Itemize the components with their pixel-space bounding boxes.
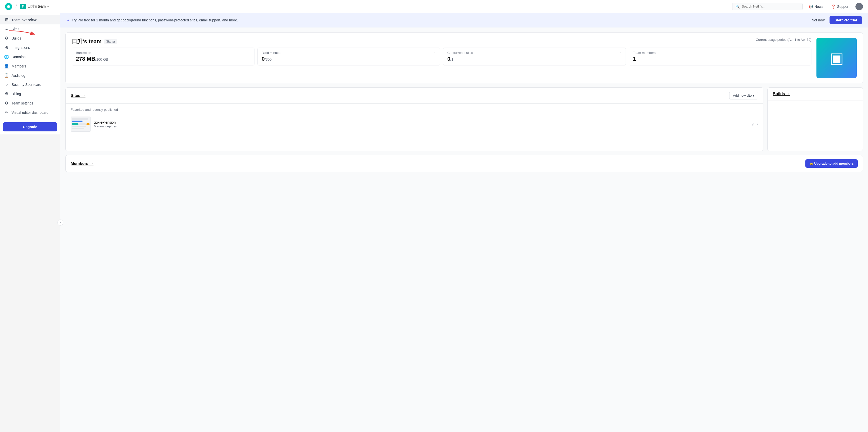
- sidebar-item-billing[interactable]: ⚙ Billing: [0, 89, 60, 98]
- sidebar-label-audit-log: Audit log: [11, 74, 25, 78]
- question-icon: ❓: [831, 4, 836, 8]
- sites-section-body: Favorited and recently published: [66, 104, 763, 138]
- search-bar[interactable]: 🔍: [732, 3, 803, 10]
- domains-icon: 🌐: [4, 54, 9, 59]
- start-pro-trial-button[interactable]: Start Pro trial: [830, 16, 862, 24]
- site-deploy: Manual deploys: [94, 124, 748, 128]
- sidebar-label-domains: Domains: [11, 55, 25, 59]
- sidebar-label-security-scorecard: Security Scorecard: [11, 83, 41, 87]
- build-minutes-arrow: →: [433, 51, 436, 55]
- concurrent-builds-value: 0/1: [447, 56, 622, 62]
- settings-icon: ⚙: [4, 101, 9, 106]
- site-thumbnail: [71, 117, 91, 132]
- site-info: gqk-extension Manual deploys: [94, 120, 748, 128]
- sidebar-wrapper: ⊞ Team overview ≡ Sites: [0, 13, 60, 432]
- support-button[interactable]: ❓ Support: [829, 3, 851, 9]
- top-nav: / 日 日升's team ▾ 🔍 📢 News ❓ Support: [0, 0, 868, 13]
- nav-actions: 📢 News ❓ Support: [807, 3, 863, 10]
- sidebar-label-integrations: Integrations: [11, 46, 30, 50]
- content-area: 日升's team Starter Current usage period (…: [60, 27, 868, 177]
- sidebar-label-members: Members: [11, 64, 26, 68]
- team-members-value: 1: [633, 56, 807, 62]
- sidebar-label-team-settings: Team settings: [11, 101, 33, 105]
- sidebar-item-domains[interactable]: 🌐 Domains: [0, 52, 60, 61]
- upgrade-to-add-members-button[interactable]: 🔒 Upgrade to add members: [805, 160, 858, 168]
- concurrent-builds-arrow: →: [618, 51, 622, 55]
- sidebar-label-sites: Sites: [11, 27, 19, 31]
- team-members-label: Team members: [633, 51, 656, 55]
- builds-section-title[interactable]: Builds →: [773, 92, 790, 96]
- metrics-row: Bandwidth → 278 MB/100 GB Build minutes …: [72, 48, 811, 65]
- not-now-button[interactable]: Not now: [812, 18, 825, 22]
- team-name-nav: 日升's team: [27, 4, 46, 9]
- team-members-arrow: →: [804, 51, 807, 55]
- builds-section-body: [768, 100, 863, 151]
- bandwidth-label: Bandwidth: [76, 51, 91, 55]
- team-icon: 日: [20, 4, 26, 9]
- sidebar-item-members[interactable]: 👤 Members: [0, 61, 60, 71]
- news-label: News: [814, 4, 823, 8]
- team-selector[interactable]: 日 日升's team ▾: [18, 3, 51, 10]
- banner-sparkle-icon: ✦: [66, 18, 70, 23]
- site-navigate-button[interactable]: ›: [757, 122, 758, 126]
- nav-logo: [5, 3, 12, 10]
- sidebar-item-visual-editor[interactable]: ✏ Visual editor dashboard: [0, 108, 60, 117]
- promo-banner: ✦ Try Pro free for 1 month and get backg…: [60, 13, 868, 27]
- upgrade-button[interactable]: Upgrade: [3, 122, 57, 132]
- members-section-header: Members → 🔒 Upgrade to add members: [66, 155, 863, 172]
- sidebar-item-security-scorecard[interactable]: 🛡 Security Scorecard: [0, 80, 60, 89]
- megaphone-icon: 📢: [809, 4, 813, 8]
- app-body: ⊞ Team overview ≡ Sites: [0, 13, 868, 432]
- team-logo-icon: ▣: [830, 49, 844, 67]
- sidebar-bottom: Upgrade: [0, 119, 60, 135]
- members-icon: 👤: [4, 64, 9, 68]
- sites-subtitle: Favorited and recently published: [71, 108, 758, 112]
- sidebar-collapse-button[interactable]: ‹: [57, 220, 63, 226]
- site-actions: ☆ ›: [751, 122, 758, 126]
- netlify-logo-icon: [5, 3, 12, 10]
- favorite-button[interactable]: ☆: [751, 122, 755, 126]
- metric-team-members[interactable]: Team members → 1: [629, 48, 812, 65]
- usage-period: Current usage period (Apr 1 to Apr 30): [756, 38, 811, 41]
- metric-concurrent-builds[interactable]: Concurrent builds → 0/1: [443, 48, 626, 65]
- sidebar-nav: ⊞ Team overview ≡ Sites: [0, 13, 60, 119]
- billing-icon: ⚙: [4, 91, 9, 96]
- builds-section-header: Builds →: [768, 88, 863, 100]
- site-name: gqk-extension: [94, 120, 748, 124]
- bandwidth-arrow: →: [247, 51, 250, 55]
- bandwidth-value: 278 MB/100 GB: [76, 56, 250, 62]
- team-title: 日升's team Starter: [72, 38, 117, 45]
- members-section-title[interactable]: Members →: [71, 162, 94, 166]
- build-minutes-label: Build minutes: [262, 51, 281, 55]
- home-icon: ⊞: [4, 18, 9, 22]
- two-col-layout: Sites → Add new site ▾ Favorited and rec…: [65, 87, 863, 151]
- search-input[interactable]: [742, 4, 799, 8]
- concurrent-builds-label: Concurrent builds: [447, 51, 473, 55]
- sidebar-item-audit-log[interactable]: 📋 Audit log: [0, 71, 60, 80]
- add-new-site-button[interactable]: Add new site ▾: [729, 92, 758, 99]
- support-label: Support: [837, 4, 849, 8]
- sidebar-item-team-overview[interactable]: ⊞ Team overview: [0, 15, 60, 24]
- sidebar-item-integrations[interactable]: ⊕ Integrations: [0, 43, 60, 52]
- sidebar-item-team-settings[interactable]: ⚙ Team settings: [0, 98, 60, 108]
- search-icon: 🔍: [736, 4, 740, 8]
- site-item[interactable]: gqk-extension Manual deploys ☆ ›: [71, 115, 758, 134]
- sidebar-item-sites[interactable]: ≡ Sites: [0, 24, 60, 33]
- builds-icon: ⚙: [4, 36, 9, 40]
- builds-section-card: Builds →: [768, 87, 863, 151]
- sidebar-label-team-overview: Team overview: [11, 18, 36, 22]
- sites-icon: ≡: [4, 27, 9, 31]
- sidebar-label-visual-editor: Visual editor dashboard: [11, 111, 49, 115]
- metric-build-minutes[interactable]: Build minutes → 0/300: [257, 48, 440, 65]
- editor-icon: ✏: [4, 110, 9, 115]
- team-logo-placeholder: ▣: [816, 38, 857, 78]
- user-avatar[interactable]: [856, 3, 863, 10]
- sites-section-header: Sites → Add new site ▾: [66, 88, 763, 104]
- main-content: ✦ Try Pro free for 1 month and get backg…: [60, 13, 868, 432]
- sites-section-title[interactable]: Sites →: [71, 93, 86, 98]
- team-info: 日升's team Starter Current usage period (…: [72, 38, 811, 65]
- news-button[interactable]: 📢 News: [807, 3, 825, 9]
- sidebar-item-builds[interactable]: ⚙ Builds: [0, 33, 60, 43]
- members-section-card: Members → 🔒 Upgrade to add members: [65, 155, 863, 172]
- metric-bandwidth[interactable]: Bandwidth → 278 MB/100 GB: [72, 48, 254, 65]
